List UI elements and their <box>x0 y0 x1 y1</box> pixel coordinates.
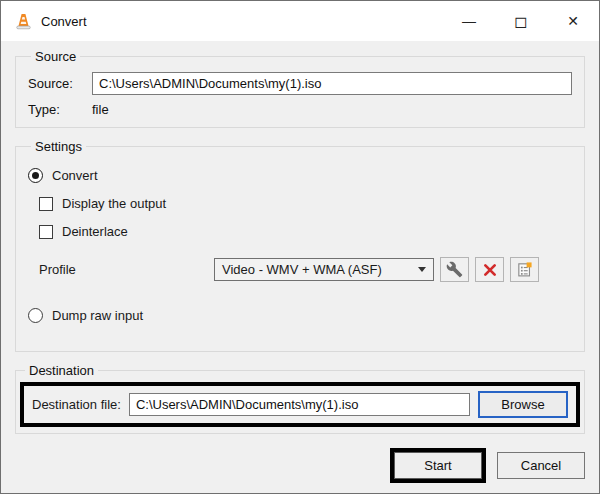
source-input[interactable] <box>92 72 572 95</box>
dump-raw-label: Dump raw input <box>52 308 143 323</box>
destination-file-input[interactable] <box>129 393 470 416</box>
convert-radio-label: Convert <box>52 168 98 183</box>
action-bar: Start Cancel <box>15 448 585 483</box>
profile-dropdown[interactable]: Video - WMV + WMA (ASF) <box>214 258 434 281</box>
type-label: Type: <box>28 102 92 117</box>
display-output-label: Display the output <box>62 196 166 211</box>
deinterlace-row[interactable]: Deinterlace <box>39 224 572 239</box>
destination-group-title: Destination <box>25 363 98 378</box>
source-group: Source Source: Type: file <box>15 49 585 128</box>
convert-radio[interactable] <box>28 168 43 183</box>
destination-group: Destination Destination file: Browse <box>15 363 585 434</box>
settings-group: Settings Convert Display the output Dein… <box>15 139 585 352</box>
destination-file-label: Destination file: <box>32 397 121 412</box>
edit-profile-button[interactable] <box>440 257 469 282</box>
convert-dialog: Convert — ◻ ✕ Source Source: Type: file … <box>0 0 600 494</box>
start-button[interactable]: Start <box>394 452 482 479</box>
browse-button[interactable]: Browse <box>478 391 568 418</box>
delete-x-icon <box>482 262 498 278</box>
start-highlight-box: Start <box>390 448 486 483</box>
profile-row: Profile Video - WMV + WMA (ASF) <box>28 257 572 282</box>
vlc-cone-icon <box>14 12 33 31</box>
new-profile-list-icon <box>516 261 533 278</box>
chevron-down-icon <box>418 267 426 272</box>
type-value: file <box>92 102 572 117</box>
display-output-row[interactable]: Display the output <box>39 196 572 211</box>
convert-radio-row[interactable]: Convert <box>28 168 572 183</box>
window-controls: — ◻ ✕ <box>443 1 599 41</box>
dialog-body: Source Source: Type: file Settings Conve… <box>1 41 599 493</box>
deinterlace-checkbox[interactable] <box>39 225 53 239</box>
minimize-button[interactable]: — <box>443 1 495 41</box>
close-button[interactable]: ✕ <box>547 1 599 41</box>
dump-raw-row[interactable]: Dump raw input <box>28 308 572 323</box>
display-output-checkbox[interactable] <box>39 197 53 211</box>
titlebar: Convert — ◻ ✕ <box>1 1 599 41</box>
source-group-title: Source <box>31 49 80 64</box>
window-title: Convert <box>41 14 87 29</box>
wrench-icon <box>446 261 463 278</box>
cancel-button[interactable]: Cancel <box>497 452 585 479</box>
maximize-button[interactable]: ◻ <box>495 1 547 41</box>
profile-dropdown-value: Video - WMV + WMA (ASF) <box>222 262 382 277</box>
deinterlace-label: Deinterlace <box>62 224 128 239</box>
dump-raw-radio[interactable] <box>28 308 43 323</box>
destination-highlight-box: Destination file: Browse <box>20 382 580 427</box>
new-profile-button[interactable] <box>510 257 539 282</box>
profile-label: Profile <box>28 262 214 277</box>
settings-group-title: Settings <box>31 139 86 154</box>
source-label: Source: <box>28 76 92 91</box>
delete-profile-button[interactable] <box>475 257 504 282</box>
